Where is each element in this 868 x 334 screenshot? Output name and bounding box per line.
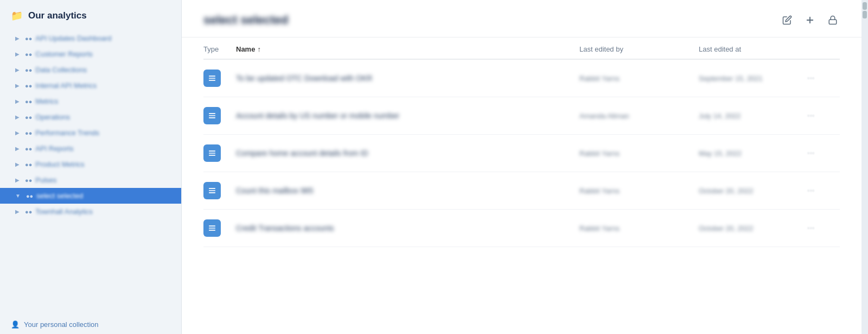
nav-item-icon: ●● xyxy=(25,83,32,89)
row-more-button[interactable]: ··· xyxy=(807,111,840,121)
row-last-edited-by: Rabbit Yarns xyxy=(579,74,699,83)
sidebar-item-data-collections[interactable]: ▶●●Data Collections xyxy=(0,62,181,78)
expand-arrow-icon: ▶ xyxy=(15,130,20,136)
expand-arrow-icon: ▶ xyxy=(15,146,20,152)
row-last-edited-at: October 20, 2022 xyxy=(699,187,807,195)
svg-rect-10 xyxy=(209,153,215,154)
expand-arrow-icon: ▶ xyxy=(15,67,20,73)
svg-rect-9 xyxy=(209,150,215,152)
row-last-edited-by: Rabbit Yarns xyxy=(579,224,699,232)
row-more-button[interactable]: ··· xyxy=(807,223,840,233)
sidebar-item-label: Internal API Metrics xyxy=(35,81,97,90)
table-row[interactable]: Compare home account details from ID Rab… xyxy=(203,135,840,172)
nav-item-icon: ●● xyxy=(25,35,32,42)
sidebar-item-townhall-analytics[interactable]: ▶●●Townhall Analytics xyxy=(0,204,181,219)
expand-arrow-icon: ▶ xyxy=(15,83,20,89)
row-last-edited-at: September 15, 2021 xyxy=(699,74,807,83)
main-content: select selected Type xyxy=(182,0,861,334)
row-name[interactable]: Compare home account details from ID xyxy=(236,149,579,157)
right-scrollbar[interactable] xyxy=(861,0,868,334)
svg-rect-8 xyxy=(209,117,215,118)
row-last-edited-at: July 14, 2022 xyxy=(699,112,807,120)
row-last-edited-by: Amanda Altman xyxy=(579,112,699,120)
row-name[interactable]: To be updated OTC Download with OKR xyxy=(236,74,579,83)
row-name[interactable]: Count this mailbox 985 xyxy=(236,186,579,195)
svg-rect-6 xyxy=(209,113,215,114)
plus-icon xyxy=(805,15,815,25)
table-container: Type Name ↑ Last edited by Last edited a… xyxy=(182,37,861,334)
row-type-icon xyxy=(203,182,236,199)
table-row[interactable]: To be updated OTC Download with OKR Rabb… xyxy=(203,60,840,97)
sidebar-personal-collection[interactable]: 👤 Your personal collection xyxy=(0,315,181,334)
row-last-edited-by: Rabbit Yarns xyxy=(579,149,699,157)
sidebar-header: 📁 Our analytics xyxy=(0,0,181,28)
sidebar-item-operations[interactable]: ▶●●Operations xyxy=(0,109,181,125)
sidebar-item-performance-trends[interactable]: ▶●●Performance Trends xyxy=(0,125,181,141)
sidebar-item-label: Customer Reports xyxy=(35,50,92,58)
sidebar-item-label: Product Metrics xyxy=(35,160,84,168)
expand-arrow-icon: ▶ xyxy=(15,51,20,57)
row-last-edited-by: Rabbit Yarns xyxy=(579,187,699,195)
row-name[interactable]: Credit Transactions accounts xyxy=(236,224,579,232)
nav-item-icon: ●● xyxy=(25,146,32,152)
row-type-icon xyxy=(203,144,236,162)
sidebar-item-label: Data Collections xyxy=(35,66,87,74)
nav-item-icon: ●● xyxy=(25,114,32,121)
col-name-sort[interactable]: Name ↑ xyxy=(236,45,579,53)
sidebar-item-pulses[interactable]: ▶●●Pulses xyxy=(0,172,181,188)
nav-item-icon: ●● xyxy=(25,51,32,58)
row-more-button[interactable]: ··· xyxy=(807,148,840,158)
sidebar-item-api-reports[interactable]: ▶●●API Reports xyxy=(0,141,181,156)
sidebar-item-label: select selected xyxy=(36,192,83,200)
person-icon: 👤 xyxy=(11,320,20,329)
page-title: select selected xyxy=(203,13,289,27)
sidebar-item-api-updates[interactable]: ▶●●API Updates Dashboard xyxy=(0,30,181,46)
col-last-edited-at: Last edited at xyxy=(699,45,807,53)
col-type: Type xyxy=(203,45,236,53)
sidebar-item-customer-reports[interactable]: ▶●●Customer Reports xyxy=(0,46,181,62)
type-icon-box xyxy=(203,70,221,87)
add-button[interactable] xyxy=(803,13,817,27)
nav-item-icon: ●● xyxy=(25,98,32,105)
sidebar-item-label: API Updates Dashboard xyxy=(35,34,111,42)
sidebar-item-label: Townhall Analytics xyxy=(35,207,93,216)
row-more-button[interactable]: ··· xyxy=(807,186,840,196)
nav-item-icon: ●● xyxy=(25,67,32,73)
svg-rect-12 xyxy=(209,188,215,189)
table-row[interactable]: Account details by US number or mobile n… xyxy=(203,97,840,135)
sidebar-item-internal-api-metrics[interactable]: ▶●●Internal API Metrics xyxy=(0,78,181,93)
svg-rect-17 xyxy=(209,230,215,231)
personal-collection-label: Your personal collection xyxy=(24,320,99,329)
sidebar-item-active-selected[interactable]: ▼●●select selected xyxy=(0,188,181,204)
expand-arrow-icon: ▶ xyxy=(15,209,20,215)
main-header: select selected xyxy=(182,0,861,37)
row-name[interactable]: Account details by US number or mobile n… xyxy=(236,111,579,120)
svg-rect-4 xyxy=(209,78,215,79)
row-more-button[interactable]: ··· xyxy=(807,73,840,83)
sidebar-item-metrics[interactable]: ▶●●Metrics xyxy=(0,93,181,109)
sidebar-item-product-metrics[interactable]: ▶●●Product Metrics xyxy=(0,156,181,172)
nav-item-icon: ●● xyxy=(25,161,32,168)
svg-rect-14 xyxy=(209,192,215,193)
row-last-edited-at: May 15, 2022 xyxy=(699,149,807,157)
expand-arrow-icon: ▶ xyxy=(15,35,20,41)
sidebar-item-label: API Reports xyxy=(35,144,73,153)
scrollbar-thumb-top xyxy=(863,2,867,10)
svg-rect-3 xyxy=(209,75,215,77)
svg-rect-5 xyxy=(209,80,215,81)
scrollbar-thumb-bottom xyxy=(863,11,867,18)
table-row[interactable]: Count this mailbox 985 Rabbit Yarns Octo… xyxy=(203,172,840,210)
expand-arrow-icon: ▶ xyxy=(15,161,20,167)
lock-button[interactable] xyxy=(826,13,840,27)
nav-item-icon: ●● xyxy=(26,193,33,199)
col-last-edited-by: Last edited by xyxy=(579,45,699,53)
folder-icon: 📁 xyxy=(11,10,23,22)
row-type-icon xyxy=(203,107,236,124)
edit-button[interactable] xyxy=(780,13,794,27)
table-row[interactable]: Credit Transactions accounts Rabbit Yarn… xyxy=(203,210,840,247)
expand-arrow-icon: ▶ xyxy=(15,114,20,120)
svg-rect-13 xyxy=(209,190,215,191)
type-icon-box xyxy=(203,182,221,199)
svg-rect-16 xyxy=(209,228,215,229)
type-icon-box xyxy=(203,219,221,237)
